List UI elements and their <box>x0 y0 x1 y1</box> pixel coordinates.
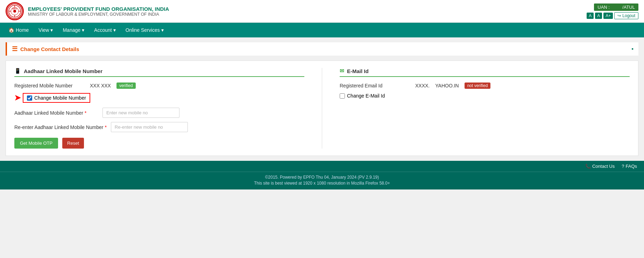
home-icon: 🏠 <box>8 27 14 33</box>
registered-mobile-value: XXX XXX <box>90 83 111 88</box>
chevron-down-icon: ▾ <box>161 27 164 33</box>
buttons-row: Get Mobile OTP Reset <box>14 138 304 149</box>
aadhaar-section-title: 📱 Aadhaar Linked Mobile Number <box>14 68 304 77</box>
email-section-title: ✉ E-Mail Id <box>340 68 630 77</box>
page-title: ☰ Change Contact Details <box>12 45 79 53</box>
change-email-checkbox[interactable] <box>340 93 345 99</box>
uan-bar: UAN : /ATUL <box>594 3 638 11</box>
svg-point-3 <box>13 10 16 13</box>
change-mobile-label: Change Mobile Number <box>34 95 86 101</box>
email-section: ✉ E-Mail Id Registered Email Id XXXX. YA… <box>340 68 630 149</box>
registered-email-row: Registered Email Id XXXX. YAHOO.IN not v… <box>340 83 630 89</box>
logout-button[interactable]: ↪ Logout <box>614 12 638 19</box>
registered-email-label: Registered Email Id <box>340 83 410 88</box>
footer: 📞 Contact Us ? FAQs ©2015. Powered by EP… <box>0 161 644 189</box>
phone-icon: 📱 <box>14 68 21 74</box>
footer-bottom: ©2015. Powered by EPFO Thu 04, January 2… <box>0 172 644 189</box>
registered-mobile-label: Registered Mobile Number <box>14 83 84 88</box>
chevron-down-icon: ▾ <box>113 27 116 33</box>
nav-home[interactable]: 🏠 Home <box>3 23 34 37</box>
font-small-button[interactable]: A <box>587 13 594 19</box>
reenter-mobile-input[interactable] <box>111 122 188 132</box>
org-info: EMPLOYEES' PROVIDENT FUND ORGANISATION, … <box>28 6 169 17</box>
registered-mobile-row: Registered Mobile Number XXX XXX verifie… <box>14 83 304 89</box>
nav-view[interactable]: View ▾ <box>34 23 58 37</box>
font-controls: A A A+ ↪ Logout <box>587 12 638 19</box>
org-sub: MINISTRY OF LABOUR & EMPLOYMENT, GOVERNM… <box>28 12 169 17</box>
header-left: EPFO EMPLOYEES' PROVIDENT FUND ORGANISAT… <box>6 2 169 20</box>
phone-small-icon: 📞 <box>585 164 591 169</box>
vertical-divider <box>322 68 322 149</box>
registered-email-domain: YAHOO.IN <box>435 83 459 88</box>
chevron-down-icon: ▾ <box>82 27 84 33</box>
footer-top: 📞 Contact Us ? FAQs <box>0 161 644 172</box>
email-icon: ✉ <box>340 68 344 74</box>
footer-copyright: ©2015. Powered by EPFO Thu 04, January 2… <box>7 175 637 180</box>
aadhaar-section: 📱 Aadhaar Linked Mobile Number Registere… <box>14 68 304 149</box>
contact-us-link[interactable]: 📞 Contact Us <box>585 164 615 169</box>
faqs-link[interactable]: ? FAQs <box>622 164 637 169</box>
nav-account[interactable]: Account ▾ <box>89 23 121 37</box>
change-email-label: Change E-Mail Id <box>347 93 385 99</box>
navbar: 🏠 Home View ▾ Manage ▾ Account ▾ Online … <box>0 23 644 37</box>
reenter-mobile-field-group: Re-enter Aadhaar Linked Mobile Number * <box>14 122 304 132</box>
svg-text:EPFO: EPFO <box>12 8 17 10</box>
aadhaar-mobile-field-label: Aadhaar Linked Mobile Number * <box>14 110 98 116</box>
org-name: EMPLOYEES' PROVIDENT FUND ORGANISATION, … <box>28 6 169 12</box>
header: EPFO EMPLOYEES' PROVIDENT FUND ORGANISAT… <box>0 0 644 23</box>
logo: EPFO <box>6 2 24 20</box>
get-mobile-otp-button[interactable]: Get Mobile OTP <box>14 138 58 149</box>
registered-email-value: XXXX. <box>415 83 430 88</box>
hamburger-icon: ☰ <box>12 45 17 53</box>
reenter-mobile-field-label: Re-enter Aadhaar Linked Mobile Number * <box>14 124 107 130</box>
minimize-button[interactable]: ▪ <box>631 46 634 52</box>
aadhaar-mobile-input[interactable] <box>102 108 179 118</box>
not-verified-badge: not verified <box>465 83 491 89</box>
font-large-button[interactable]: A+ <box>603 13 613 19</box>
footer-best-viewed: This site is best viewed at 1920 x 1080 … <box>7 181 637 186</box>
page-header: ☰ Change Contact Details ▪ <box>6 42 638 56</box>
reset-button[interactable]: Reset <box>62 138 84 149</box>
verified-badge: verified <box>116 83 136 89</box>
font-medium-button[interactable]: A <box>595 13 602 19</box>
question-icon: ? <box>622 164 624 169</box>
logout-icon: ↪ <box>617 13 621 18</box>
main-card: 📱 Aadhaar Linked Mobile Number Registere… <box>6 60 638 156</box>
nav-manage[interactable]: Manage ▾ <box>58 23 89 37</box>
red-arrow-icon: ➤ <box>14 93 21 102</box>
change-mobile-checkbox-row: Change Mobile Number <box>23 93 90 103</box>
aadhaar-mobile-field-group: Aadhaar Linked Mobile Number * <box>14 108 304 118</box>
chevron-down-icon: ▾ <box>50 27 53 33</box>
header-right: UAN : /ATUL A A A+ ↪ Logout <box>587 3 638 19</box>
change-mobile-checkbox[interactable] <box>27 95 32 101</box>
nav-online-services[interactable]: Online Services ▾ <box>121 23 169 37</box>
page-content: ☰ Change Contact Details ▪ 📱 Aadhaar Lin… <box>0 37 644 161</box>
